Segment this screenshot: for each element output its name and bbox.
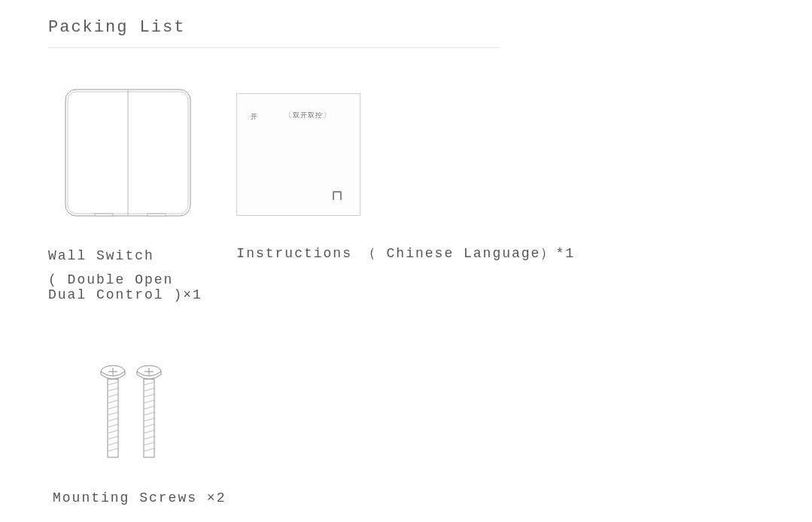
items-row-1: Wall Switch ( Double Open Dual Control )… bbox=[48, 48, 575, 302]
mijia-logo-icon bbox=[333, 191, 342, 200]
item-wall-switch: Wall Switch ( Double Open Dual Control )… bbox=[48, 48, 214, 302]
mounting-screws-illustration bbox=[93, 364, 169, 463]
packing-list-section: Packing List Wall Switch ( Double Open D… bbox=[0, 0, 575, 505]
section-title: Packing List bbox=[48, 18, 575, 37]
instructions-card-chinese-text: 〔双开双控〕 bbox=[285, 111, 330, 120]
item-mounting-screws: Mounting Screws ×2 bbox=[48, 302, 575, 505]
wall-switch-label-line2: ( Double Open Dual Control )×1 bbox=[48, 272, 214, 302]
svg-rect-4 bbox=[147, 214, 166, 216]
svg-rect-3 bbox=[95, 214, 113, 216]
instructions-card-illustration: 开 〔双开双控〕 bbox=[236, 93, 360, 216]
wall-switch-illustration bbox=[65, 89, 191, 217]
item-instructions: 开 〔双开双控〕 Instructions （ Chinese Language… bbox=[236, 48, 575, 262]
instructions-card-mark: 开 bbox=[251, 112, 257, 122]
instructions-label: Instructions （ Chinese Language）*1 bbox=[236, 244, 575, 262]
wall-switch-label-line1: Wall Switch bbox=[48, 248, 154, 263]
instructions-label-text: Instructions （ Chinese Language）*1 bbox=[236, 246, 575, 261]
mounting-screws-label: Mounting Screws ×2 bbox=[53, 490, 226, 505]
